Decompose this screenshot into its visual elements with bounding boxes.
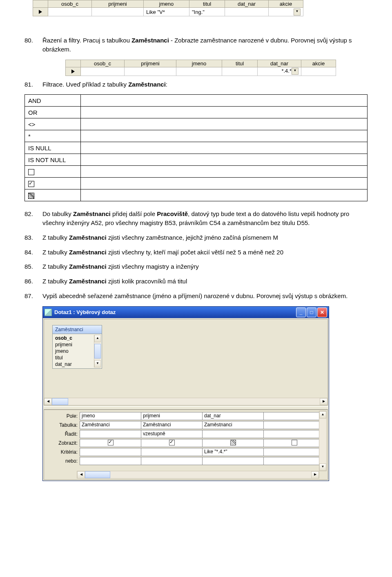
filter-grid-1: osob_c prijmeni jmeno titul dat_nar akci…: [33, 0, 303, 16]
task-number: 82.: [24, 209, 42, 218]
qbe-cell[interactable]: jmeno: [80, 412, 141, 420]
lower-vscrollbar[interactable]: ▲ ▼: [319, 411, 327, 471]
titlebar[interactable]: Dotaz1 : Výběrový dotaz _ □ ✕: [43, 307, 329, 318]
qbe-cell[interactable]: dat_nar: [202, 412, 264, 420]
scroll-thumb[interactable]: [52, 398, 68, 405]
scroll-right-icon[interactable]: ▶: [311, 471, 319, 479]
task-text: Z tabulky Zaměstnanci zjisti všechny zam…: [42, 233, 368, 242]
col-akcie[interactable]: akcie: [269, 0, 303, 8]
cell[interactable]: Like "V*: [144, 8, 189, 16]
qbe-cell[interactable]: Zaměstnanci: [202, 421, 264, 429]
qbe-cell[interactable]: [141, 448, 203, 456]
qbe-cell[interactable]: [263, 430, 325, 438]
field-item[interactable]: osob_c: [53, 335, 94, 341]
col-jmeno[interactable]: jmeno: [144, 0, 189, 8]
qbe-grid: Pole: jmeno prijmeni dat_nar Tabulka: Za…: [44, 410, 328, 480]
qbe-cell[interactable]: [263, 412, 325, 420]
task-number: 80.: [24, 36, 42, 45]
qbe-cell[interactable]: [263, 457, 325, 465]
task-number: 86.: [24, 277, 42, 286]
task-number: 87.: [24, 292, 42, 301]
qbe-cell[interactable]: vzestupně: [141, 430, 203, 438]
qbe-cell[interactable]: [80, 430, 141, 438]
close-button[interactable]: ✕: [317, 307, 327, 317]
qbe-cell[interactable]: [141, 457, 203, 465]
field-item[interactable]: dat_nar: [53, 361, 94, 368]
maximize-button[interactable]: □: [307, 307, 316, 317]
qbe-cell[interactable]: [263, 448, 325, 456]
minimize-button[interactable]: _: [296, 307, 306, 317]
query-icon: [45, 309, 52, 316]
qbe-cell[interactable]: prijmeni: [141, 412, 203, 420]
cell[interactable]: [48, 8, 92, 16]
field-item[interactable]: jmeno: [53, 348, 94, 354]
qbe-cell[interactable]: Zaměstnanci: [141, 421, 203, 429]
svg-marker-0: [39, 10, 42, 14]
filter-grid-2: osob_c prijmeni jmeno titul dat_nar akci…: [65, 60, 336, 76]
task-text: Vypiš abecedně seřazené zaměstnance (jmé…: [42, 292, 368, 301]
task-number: 83.: [24, 233, 42, 242]
qbe-cell[interactable]: [202, 457, 264, 465]
lower-hscrollbar[interactable]: ◀ ▶: [77, 471, 319, 479]
qbe-cell[interactable]: Like "*.4.*": [202, 448, 264, 456]
label-pole: Pole:: [48, 412, 80, 421]
checkbox-checked-icon: [25, 178, 81, 189]
table-header[interactable]: Zaměstnanci: [53, 325, 102, 334]
tables-pane[interactable]: Zaměstnanci osob_c prijmeni jmeno titul …: [44, 319, 328, 405]
task-number: 85.: [24, 262, 42, 271]
label-kriteria: Kritéria:: [48, 448, 80, 457]
filter-star: *: [25, 130, 81, 142]
filter-examples-table: AND OR <> * IS NULL IS NOT NULL: [24, 94, 368, 201]
row-selector-icon[interactable]: [66, 67, 81, 76]
qbe-cell[interactable]: [202, 430, 264, 438]
svg-marker-1: [71, 69, 75, 74]
filter-isnull: IS NULL: [25, 142, 81, 154]
scroll-right-icon[interactable]: ▶: [320, 398, 327, 405]
task-text: Do tabulky Zaměstnanci přidej další pole…: [42, 209, 368, 227]
label-nebo: nebo:: [48, 457, 80, 466]
checkbox-hatched-icon: [25, 189, 81, 201]
scroll-up-icon[interactable]: ▲: [94, 335, 101, 342]
col-osob_c[interactable]: osob_c: [48, 0, 92, 8]
checkbox-unchecked-icon: [25, 166, 81, 178]
scroll-thumb[interactable]: [94, 344, 101, 359]
splitter[interactable]: [44, 406, 328, 410]
window-title: Dotaz1 : Výběrový dotaz: [54, 309, 295, 315]
cell[interactable]: [92, 8, 144, 16]
qbe-cell[interactable]: [263, 421, 325, 429]
qbe-cell[interactable]: Zaměstnanci: [80, 421, 141, 429]
dropdown-icon[interactable]: ▼: [292, 68, 298, 75]
show-checkbox[interactable]: [202, 439, 264, 447]
show-checkbox[interactable]: [141, 439, 203, 447]
filter-isnotnull: IS NOT NULL: [25, 154, 81, 166]
scroll-down-icon[interactable]: ▼: [94, 360, 101, 368]
task-text: Z tabulky Zaměstnanci zjisti všechny ty,…: [42, 248, 368, 257]
cell[interactable]: [225, 8, 269, 16]
filter-and: AND: [25, 95, 81, 107]
table-box[interactable]: Zaměstnanci osob_c prijmeni jmeno titul …: [52, 325, 102, 369]
scroll-left-icon[interactable]: ◀: [44, 398, 52, 405]
scroll-thumb[interactable]: [85, 471, 110, 478]
scroll-left-icon[interactable]: ◀: [77, 471, 85, 479]
show-checkbox[interactable]: [263, 439, 325, 447]
show-checkbox[interactable]: [80, 439, 141, 447]
scroll-down-icon[interactable]: ▼: [319, 463, 326, 471]
field-item[interactable]: prijmeni: [53, 341, 94, 348]
label-tabulka: Tabulka:: [48, 421, 80, 430]
qbe-cell[interactable]: [80, 448, 141, 456]
row-selector-icon[interactable]: [33, 8, 48, 16]
field-scrollbar[interactable]: ▲ ▼: [94, 335, 101, 368]
upper-hscrollbar[interactable]: ◀ ▶: [44, 398, 327, 405]
field-item[interactable]: titul: [53, 354, 94, 361]
col-dat_nar[interactable]: dat_nar: [225, 0, 269, 8]
task-text: Z tabulky Zaměstnanci zjisti kolik praco…: [42, 277, 368, 286]
col-prijmeni[interactable]: prijmeni: [92, 0, 144, 8]
dropdown-icon[interactable]: ▼: [294, 9, 301, 16]
task-text: Řazení a filtry. Pracuj s tabulkou Zaměs…: [42, 36, 368, 54]
cell-dropdown[interactable]: ▼: [269, 8, 303, 16]
cell[interactable]: "Ing.": [189, 8, 225, 16]
col-titul[interactable]: titul: [189, 0, 225, 8]
filter-ne: <>: [25, 118, 81, 130]
scroll-up-icon[interactable]: ▲: [319, 411, 326, 419]
qbe-cell[interactable]: [80, 457, 141, 465]
